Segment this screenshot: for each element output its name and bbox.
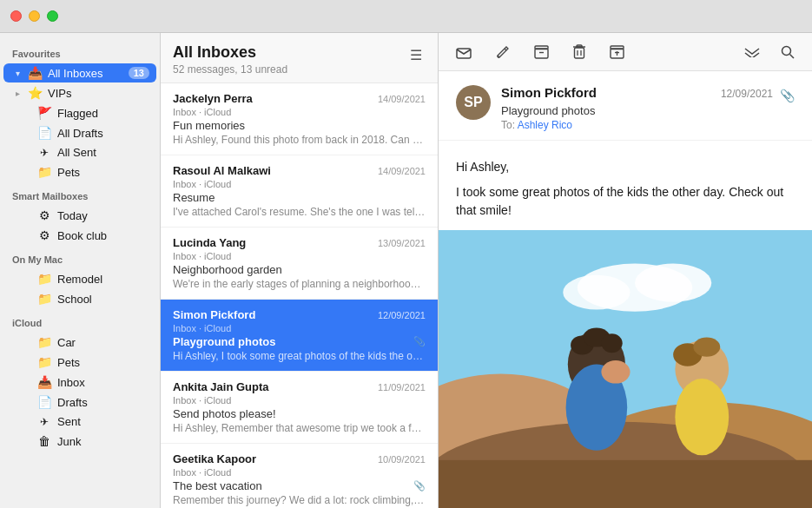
compose-button[interactable]: [492, 42, 513, 63]
today-icon: ⚙: [36, 208, 52, 222]
car-label: Car: [57, 336, 149, 349]
sidebar-item-vips[interactable]: ▸ ⭐ VIPs: [3, 83, 156, 102]
sidebar-item-all-sent[interactable]: ✈ All Sent: [3, 143, 156, 162]
message-preview: Hi Ashley, Found this photo from back in…: [173, 134, 426, 146]
sidebar-item-all-inboxes[interactable]: ▾ 📥 All Inboxes 13: [3, 63, 156, 82]
pets-fav-icon: 📁: [36, 165, 52, 179]
message-subject-text: Send photos please!: [173, 407, 276, 420]
vips-label: VIPs: [48, 87, 149, 100]
message-date: 11/09/2021: [378, 382, 426, 393]
messages-container: Jackelyn Perra 14/09/2021 Inbox · iCloud…: [161, 83, 438, 508]
remodel-icon: 📁: [36, 272, 52, 286]
minimize-button[interactable]: [29, 10, 40, 22]
attachment-icon: 📎: [413, 336, 426, 347]
sidebar-section-mac: On My Mac: [0, 246, 160, 268]
attachment-icon: 📎: [413, 480, 426, 492]
archive-button[interactable]: [531, 42, 552, 63]
message-subject-text: Fun memories: [173, 119, 245, 132]
maximize-button[interactable]: [47, 10, 58, 22]
detail-body: Hi Ashley, I took some great photos of t…: [439, 141, 812, 230]
message-item[interactable]: Lucinda Yang 13/09/2021 Inbox · iCloud N…: [161, 228, 438, 300]
inbox-icloud-label: Inbox: [57, 376, 149, 389]
message-source: Inbox · iCloud: [173, 107, 231, 117]
flagged-icon: 🚩: [36, 106, 52, 120]
sidebar-item-book-club[interactable]: ⚙ Book club: [3, 226, 156, 245]
detail-attachment-icon: 📎: [780, 89, 795, 102]
message-list-header: All Inboxes 52 messages, 13 unread ☰: [161, 33, 438, 83]
svg-point-32: [693, 338, 720, 357]
detail-toolbar: [439, 33, 812, 71]
all-sent-label: All Sent: [57, 146, 149, 159]
svg-point-28: [601, 333, 622, 353]
more-button[interactable]: [741, 42, 763, 63]
svg-point-19: [635, 264, 711, 302]
message-item[interactable]: Rasoul Al Malkawi 14/09/2021 Inbox · iCl…: [161, 155, 438, 228]
message-list-title: All Inboxes: [173, 43, 287, 62]
drafts-icloud-label: Drafts: [57, 396, 149, 409]
book-club-label: Book club: [57, 229, 149, 242]
message-source: Inbox · iCloud: [173, 395, 231, 406]
search-button[interactable]: [777, 42, 798, 63]
sidebar-item-sent-icloud[interactable]: ✈ Sent: [3, 412, 156, 431]
detail-to-name: Ashley Rico: [518, 119, 572, 131]
message-sender: Rasoul Al Malkawi: [173, 164, 271, 177]
all-sent-icon: ✈: [36, 147, 52, 159]
message-subject-text: Playground photos: [173, 335, 275, 348]
message-subject-text: Neighborhood garden: [173, 263, 282, 276]
svg-rect-7: [575, 48, 584, 58]
sidebar-item-flagged[interactable]: 🚩 Flagged: [3, 103, 156, 122]
message-source: Inbox · iCloud: [173, 323, 231, 333]
filter-icon[interactable]: ☰: [406, 43, 426, 67]
message-date: 12/09/2021: [378, 310, 426, 320]
book-club-icon: ⚙: [36, 228, 52, 242]
message-date: 14/09/2021: [378, 166, 426, 176]
svg-point-20: [563, 275, 630, 310]
sidebar-item-car[interactable]: 📁 Car: [3, 333, 156, 352]
pets-icloud-label: Pets: [57, 356, 149, 369]
detail-sender-name: Simon Pickford: [501, 85, 597, 100]
svg-line-16: [790, 54, 795, 58]
detail-to: To: Ashley Rico: [501, 119, 795, 131]
message-preview: Hi Ashley, I took some great photos of t…: [173, 350, 426, 362]
all-inboxes-badge: 13: [129, 67, 149, 79]
sidebar-item-drafts-icloud[interactable]: 📄 Drafts: [3, 393, 156, 412]
drafts-icloud-icon: 📄: [36, 395, 52, 409]
svg-point-15: [782, 46, 791, 55]
sidebar-item-pets-icloud[interactable]: 📁 Pets: [3, 353, 156, 372]
sidebar-item-pets-fav[interactable]: 📁 Pets: [3, 162, 156, 181]
pets-fav-label: Pets: [57, 166, 149, 179]
sidebar-section-favourites: Favourites: [0, 40, 160, 63]
sidebar-item-today[interactable]: ⚙ Today: [3, 206, 156, 225]
message-preview: I've attached Carol's resume. She's the …: [173, 206, 426, 218]
sidebar: Favourites ▾ 📥 All Inboxes 13 ▸ ⭐ VIPs 🚩…: [0, 33, 161, 508]
message-item-selected[interactable]: Simon Pickford 12/09/2021 Inbox · iCloud…: [161, 300, 438, 372]
svg-point-34: [601, 360, 630, 383]
message-sender: Jackelyn Perra: [173, 92, 253, 105]
svg-point-33: [675, 379, 729, 455]
delete-button[interactable]: [570, 41, 589, 63]
message-item[interactable]: Geetika Kapoor 10/09/2021 Inbox · iCloud…: [161, 444, 438, 508]
car-icon: 📁: [36, 335, 52, 349]
sidebar-item-inbox-icloud[interactable]: 📥 Inbox: [3, 373, 156, 392]
vips-icon: ⭐: [27, 86, 43, 100]
sidebar-item-remodel[interactable]: 📁 Remodel: [3, 269, 156, 288]
message-item[interactable]: Ankita Jain Gupta 11/09/2021 Inbox · iCl…: [161, 372, 438, 444]
all-drafts-icon: 📄: [36, 126, 52, 140]
close-button[interactable]: [10, 10, 22, 22]
message-date: 10/09/2021: [378, 454, 426, 465]
sidebar-item-all-drafts[interactable]: 📄 All Drafts: [3, 123, 156, 142]
reply-button[interactable]: [452, 42, 475, 63]
spam-button[interactable]: [606, 42, 628, 63]
detail-date: 12/09/2021: [721, 88, 773, 100]
detail-greeting: Hi Ashley,: [456, 158, 795, 176]
message-date: 14/09/2021: [378, 94, 426, 104]
all-inboxes-label: All Inboxes: [48, 67, 123, 80]
today-label: Today: [57, 209, 149, 222]
sidebar-item-junk-icloud[interactable]: 🗑 Junk: [3, 432, 156, 451]
message-list-subtitle: 52 messages, 13 unread: [173, 63, 287, 76]
sidebar-item-school[interactable]: 📁 School: [3, 289, 156, 308]
message-subject-text: The best vacation: [173, 479, 262, 492]
sidebar-section-smart: Smart Mailboxes: [0, 182, 160, 205]
message-subject-text: Resume: [173, 191, 215, 204]
message-item[interactable]: Jackelyn Perra 14/09/2021 Inbox · iCloud…: [161, 83, 438, 155]
